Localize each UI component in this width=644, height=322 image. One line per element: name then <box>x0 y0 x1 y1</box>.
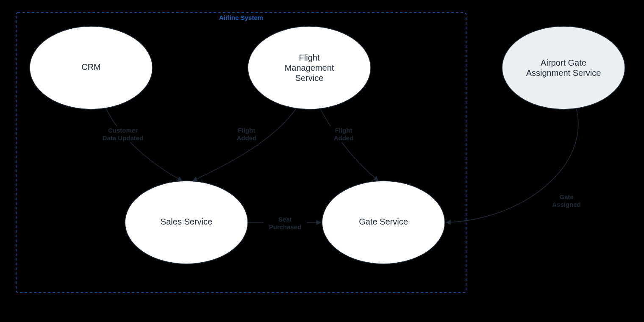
edge-sales-gate-line2: Purchased <box>269 223 302 230</box>
edge-airport-gate-line2: Assigned <box>552 201 581 208</box>
edge-sales-gate-line1: Seat <box>278 216 292 223</box>
edge-fm-gate: Flight Added <box>320 108 378 181</box>
edge-fm-sales-line1: Flight <box>238 127 255 134</box>
edge-airport-gate: Gate Assigned <box>446 108 587 222</box>
node-gate: Gate Service <box>322 181 445 264</box>
edge-crm-sales: Customer Data Updated <box>96 108 182 181</box>
node-flight-mgmt-line1: Flight <box>299 53 320 62</box>
edge-fm-sales: Flight Added <box>193 108 297 181</box>
node-sales-label: Sales Service <box>161 217 212 226</box>
node-flight-mgmt-line2: Management <box>285 63 334 72</box>
node-airport-gate: Airport Gate Assignment Service <box>502 26 625 109</box>
svg-point-5 <box>502 26 625 109</box>
airline-system-title: Airline System <box>219 14 263 21</box>
node-airport-gate-line1: Airport Gate <box>541 58 586 67</box>
node-crm-label: CRM <box>81 62 101 72</box>
node-sales: Sales Service <box>125 181 248 264</box>
edge-crm-sales-line2: Data Updated <box>103 134 144 142</box>
edge-crm-sales-line1: Customer <box>108 127 138 134</box>
node-gate-label: Gate Service <box>359 217 408 226</box>
edge-fm-gate-line1: Flight <box>335 127 353 134</box>
node-airport-gate-line2: Assignment Service <box>526 68 601 78</box>
node-flight-mgmt: Flight Management Service <box>248 26 371 109</box>
edge-sales-gate: Seat Purchased <box>248 215 321 231</box>
diagram-canvas: Airline System CRM Flight Management Ser… <box>0 0 644 322</box>
node-crm: CRM <box>30 26 153 109</box>
edge-airport-gate-line1: Gate <box>559 193 573 200</box>
edge-fm-gate-line2: Added <box>334 134 354 142</box>
edge-fm-sales-line2: Added <box>237 134 257 142</box>
node-flight-mgmt-line3: Service <box>295 73 324 83</box>
